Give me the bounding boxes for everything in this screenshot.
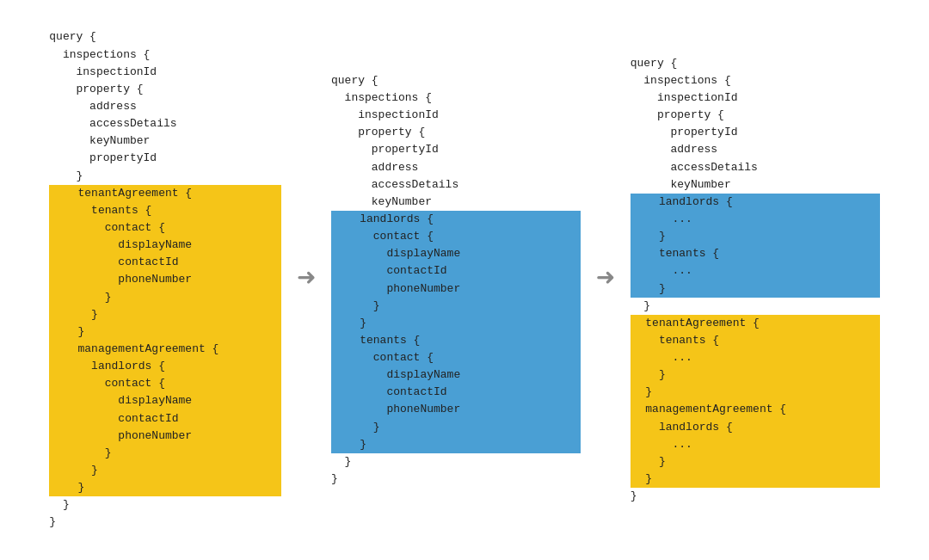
code-line: accessDetails xyxy=(331,176,581,194)
code-line: landlords { xyxy=(331,211,581,228)
code-line: landlords { xyxy=(631,419,880,436)
code-line: } xyxy=(49,289,281,306)
code-line: } xyxy=(631,488,880,505)
code-line: } xyxy=(631,384,880,401)
code-line: } xyxy=(49,479,281,496)
code-line: } xyxy=(331,298,581,315)
arrow-1: ➜ xyxy=(297,265,316,296)
code-line: } xyxy=(631,366,880,384)
main-container: query { inspections { inspectionId prope… xyxy=(0,0,929,560)
code-line: keyNumber xyxy=(49,132,281,150)
code-line: } xyxy=(331,471,581,488)
code-line: ... xyxy=(631,349,880,366)
code-line: } xyxy=(631,453,880,471)
code-line: query { xyxy=(49,28,281,46)
code-line: contactId xyxy=(49,410,281,428)
code-line: phoneNumber xyxy=(49,428,281,445)
code-line: query { xyxy=(631,55,880,72)
diagram-block-3: query { inspections { inspectionId prope… xyxy=(631,55,880,506)
code-line: tenants { xyxy=(49,202,281,219)
code-line: contactId xyxy=(331,384,581,401)
code-line: } xyxy=(631,280,880,298)
code-line: managementAgreement { xyxy=(631,401,880,418)
code-line: tenantAgreement { xyxy=(631,315,880,332)
code-line: contact { xyxy=(331,228,581,245)
arrow-2: ➜ xyxy=(596,265,615,296)
code-line: inspectionId xyxy=(49,64,281,81)
code-line: propertyId xyxy=(49,150,281,167)
code-line: } xyxy=(631,228,880,245)
code-line: propertyId xyxy=(631,124,880,141)
code-line: address xyxy=(631,141,880,158)
diagram-block-2: query { inspections { inspectionId prope… xyxy=(331,72,581,488)
code-line: } xyxy=(49,445,281,462)
code-line: query { xyxy=(331,72,581,89)
code-line: address xyxy=(49,98,281,115)
code-line: inspections { xyxy=(631,72,880,89)
code-line: phoneNumber xyxy=(331,401,581,418)
code-line: ... xyxy=(631,262,880,280)
code-line: phoneNumber xyxy=(331,280,581,298)
code-line: } xyxy=(49,514,281,531)
code-line: displayName xyxy=(331,366,581,384)
code-line: tenants { xyxy=(631,332,880,349)
code-line: } xyxy=(331,315,581,332)
code-line: displayName xyxy=(49,237,281,254)
code-line: tenants { xyxy=(331,332,581,349)
code-line: } xyxy=(49,168,281,185)
code-line: } xyxy=(49,462,281,479)
code-line: displayName xyxy=(49,392,281,409)
code-line: landlords { xyxy=(49,358,281,375)
code-line: } xyxy=(631,298,880,315)
code-line: address xyxy=(331,159,581,176)
code-line: contactId xyxy=(49,254,281,271)
code-line: inspections { xyxy=(49,46,281,64)
code-line: inspections { xyxy=(331,89,581,107)
code-line: keyNumber xyxy=(331,194,581,211)
code-line: displayName xyxy=(331,245,581,262)
code-line: property { xyxy=(631,107,880,124)
code-line: } xyxy=(49,323,281,341)
code-line: keyNumber xyxy=(631,176,880,194)
code-line: accessDetails xyxy=(631,159,880,176)
code-line: } xyxy=(331,453,581,471)
code-line: contact { xyxy=(49,375,281,392)
code-line: contactId xyxy=(331,262,581,280)
code-line: ... xyxy=(631,211,880,228)
code-line: property { xyxy=(331,124,581,141)
code-line: managementAgreement { xyxy=(49,341,281,358)
code-line: propertyId xyxy=(331,141,581,158)
code-line: } xyxy=(49,496,281,514)
code-line: landlords { xyxy=(631,194,880,211)
code-line: } xyxy=(331,419,581,436)
code-line: accessDetails xyxy=(49,115,281,132)
code-line: } xyxy=(331,436,581,453)
diagram-block-1: query { inspections { inspectionId prope… xyxy=(49,28,281,531)
code-line: tenantAgreement { xyxy=(49,185,281,202)
code-line: contact { xyxy=(331,349,581,366)
code-line: tenants { xyxy=(631,245,880,262)
code-line: contact { xyxy=(49,219,281,237)
code-line: phoneNumber xyxy=(49,271,281,288)
code-line: ... xyxy=(631,436,880,453)
code-line: inspectionId xyxy=(631,89,880,107)
code-line: } xyxy=(49,306,281,323)
code-line: } xyxy=(631,471,880,488)
code-line: inspectionId xyxy=(331,107,581,124)
code-line: property { xyxy=(49,81,281,98)
